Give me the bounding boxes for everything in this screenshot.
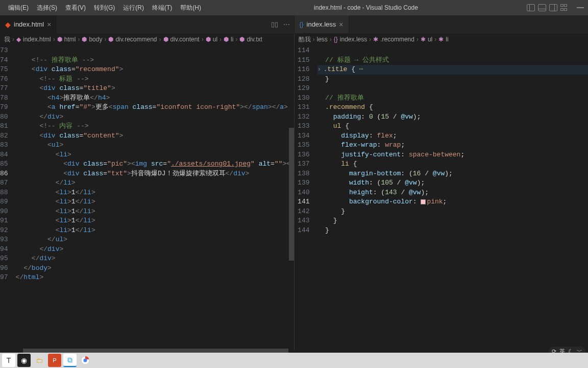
layout-toggle-secondary-icon[interactable] xyxy=(549,4,557,11)
editor-right[interactable]: 1141151161281291301311321331341351361371… xyxy=(294,46,589,350)
breadcrumb-item[interactable]: ⬢ body xyxy=(82,36,102,43)
breadcrumb-item[interactable]: ◆ index.html xyxy=(16,36,51,43)
code-editor[interactable]: // 标题 → 公共样式›.title { ⋯ } // 推荐歌单 .recom… xyxy=(317,46,589,350)
breadcrumb-item[interactable]: ⬢ div.recommend xyxy=(108,36,157,43)
breadcrumb-item[interactable]: ⬢ ul xyxy=(206,36,217,43)
minimap[interactable] xyxy=(289,46,294,350)
taskbar-vscode-icon[interactable]: ⧉ xyxy=(63,354,77,367)
titlebar-actions xyxy=(527,4,584,11)
layout-toggle-panel-icon[interactable] xyxy=(538,4,546,11)
more-actions-icon[interactable]: ⋯ xyxy=(283,20,290,28)
menu-help[interactable]: 帮助(H) xyxy=(176,2,205,14)
line-gutter: 1141151161281291301311321331341351361371… xyxy=(295,46,317,350)
html-file-icon: ◆ xyxy=(5,20,11,29)
layout-customize-icon[interactable] xyxy=(560,4,569,11)
breadcrumb-item[interactable]: ⬢ div.txt xyxy=(239,36,262,43)
breadcrumb-item[interactable]: ⬢ div.content xyxy=(163,36,200,43)
tab-index-html[interactable]: ◆ index.html × xyxy=(0,15,57,33)
breadcrumb-item[interactable]: ✱ li xyxy=(438,36,448,43)
taskbar-text-icon[interactable]: T xyxy=(2,354,15,367)
close-tab-icon[interactable]: × xyxy=(47,20,51,29)
tab-bar: ◆ index.html × ▯▯ ⋯ {} index.less × xyxy=(0,15,588,33)
menu-bar: 编辑(E) 选择(S) 查看(V) 转到(G) 运行(R) 终端(T) 帮助(H… xyxy=(4,2,205,14)
tab-label: index.less xyxy=(307,20,336,28)
breadcrumb-item[interactable]: 酷我 xyxy=(299,35,311,44)
breadcrumb-left[interactable]: 我›◆ index.html›⬢ html›⬢ body›⬢ div.recom… xyxy=(0,33,294,46)
menu-go[interactable]: 转到(G) xyxy=(90,2,119,14)
line-gutter: 7374757677787980818283848586878889909192… xyxy=(0,46,16,350)
menu-terminal[interactable]: 终端(T) xyxy=(148,2,176,14)
taskbar-chrome-icon[interactable] xyxy=(79,354,92,367)
breadcrumb-item[interactable]: ⬢ html xyxy=(57,36,76,43)
taskbar-browser-icon[interactable]: ◉ xyxy=(17,354,31,367)
menu-view[interactable]: 查看(V) xyxy=(61,2,90,14)
taskbar: T ◉ 🗀 P ⧉ xyxy=(0,353,588,368)
titlebar: 编辑(E) 选择(S) 查看(V) 转到(G) 运行(R) 终端(T) 帮助(H… xyxy=(0,0,588,15)
editor-area: 7374757677787980818283848586878889909192… xyxy=(0,46,588,350)
close-tab-icon[interactable]: × xyxy=(339,20,343,29)
breadcrumb-item[interactable]: {} index.less xyxy=(334,36,367,43)
tab-index-less[interactable]: {} index.less × xyxy=(295,15,349,33)
scrollbar-thumb[interactable] xyxy=(289,128,294,261)
split-editor-icon[interactable]: ▯▯ xyxy=(271,20,278,28)
less-file-icon: {} xyxy=(300,21,304,28)
breadcrumb-item[interactable]: ✱ .recommend xyxy=(373,36,414,43)
menu-selection[interactable]: 选择(S) xyxy=(33,2,61,14)
editor-left[interactable]: 7374757677787980818283848586878889909192… xyxy=(0,46,294,350)
code-editor[interactable]: <!-- 推荐歌单 --> <div class="recommend"> <!… xyxy=(16,46,294,350)
breadcrumb-item[interactable]: ✱ ul xyxy=(421,36,432,43)
window-title: index.html - code - Visual Studio Code xyxy=(205,4,527,11)
taskbar-explorer-icon[interactable]: 🗀 xyxy=(33,354,46,367)
tab-label: index.html xyxy=(14,20,44,28)
breadcrumb-item[interactable]: ⬢ li xyxy=(224,36,233,43)
menu-edit[interactable]: 编辑(E) xyxy=(4,2,33,14)
menu-run[interactable]: 运行(R) xyxy=(119,2,148,14)
taskbar-powerpoint-icon[interactable]: P xyxy=(48,354,61,367)
minimize-icon[interactable] xyxy=(577,7,584,8)
breadcrumb-item[interactable]: less xyxy=(317,36,328,43)
breadcrumb-item[interactable]: 我 xyxy=(4,35,10,44)
breadcrumb-right[interactable]: 酷我›less›{} index.less›✱ .recommend›✱ ul›… xyxy=(294,33,589,46)
layout-toggle-sidebar-icon[interactable] xyxy=(527,4,535,11)
